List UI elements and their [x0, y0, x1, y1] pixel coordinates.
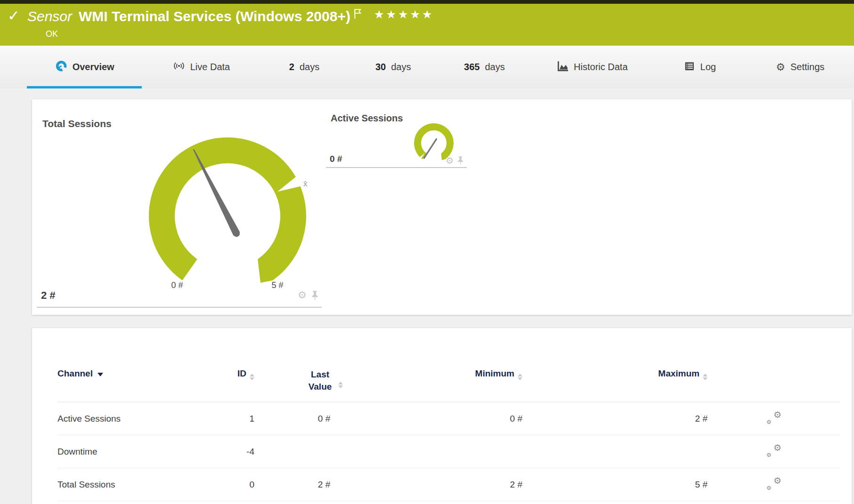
gear-icon: ⚙	[776, 63, 785, 72]
channel-last-value: 0 #	[254, 414, 394, 424]
channel-last-value: 2 #	[254, 480, 394, 490]
active-sessions-value: 0 #	[330, 154, 342, 164]
column-header-maximum[interactable]: Maximum	[522, 368, 708, 380]
tab-settings[interactable]: ⚙ Settings	[747, 46, 854, 88]
sort-icon[interactable]	[250, 374, 254, 380]
average-marker-label: x̄	[303, 179, 308, 188]
tab-log[interactable]: Log	[653, 46, 747, 88]
tab-number: 365	[464, 62, 480, 72]
status-check-icon: ✓	[8, 7, 20, 25]
tab-label: Historic Data	[574, 62, 627, 72]
sensor-status-banner: ✓ Sensor WMI Terminal Services (Windows …	[0, 4, 854, 46]
tab-2-days[interactable]: 2 days	[260, 46, 349, 88]
gauge-needle	[424, 139, 436, 158]
table-row-total-sessions: Total Sessions 0 2 # 2 # 5 # ⚙ ⚙	[57, 468, 840, 501]
gauges-panel: Total Sessions x̄ 0 # 5 # 2 # ⚙ Active S…	[32, 99, 852, 315]
tab-label: Overview	[73, 62, 114, 72]
live-data-icon	[173, 60, 185, 74]
tab-overview[interactable]: Overview	[26, 46, 143, 88]
table-row-active-sessions: Active Sessions 1 0 # 0 # 2 # ⚙ ⚙	[57, 402, 840, 435]
channel-id: 0	[216, 480, 254, 490]
tab-30-days[interactable]: 30 days	[349, 46, 438, 88]
priority-stars[interactable]: ★★★★★	[374, 8, 434, 22]
channels-panel: Channel ID Last Value Minimum Maximum Ac…	[32, 328, 852, 504]
gauge-scale-max: 5 #	[259, 280, 296, 290]
gauge-title-total-sessions: Total Sessions	[42, 118, 112, 129]
channel-settings-gears-icon[interactable]: ⚙ ⚙	[766, 410, 781, 424]
column-header-channel[interactable]: Channel	[57, 368, 216, 379]
total-sessions-gauge: x̄	[143, 131, 312, 301]
tab-historic-data[interactable]: Historic Data	[531, 46, 653, 88]
channel-maximum: 2 #	[522, 414, 708, 424]
window-top-edge	[0, 0, 854, 4]
tab-live-data[interactable]: Live Data	[143, 46, 260, 88]
column-header-minimum[interactable]: Minimum	[394, 368, 522, 380]
tab-label: days	[300, 62, 319, 72]
tab-label: days	[485, 62, 504, 72]
gauge-settings-gear-icon[interactable]: ⚙	[298, 289, 307, 301]
channel-name[interactable]: Downtime	[57, 447, 216, 457]
gauge-title-active-sessions: Active Sessions	[331, 113, 403, 124]
column-header-id[interactable]: ID	[216, 368, 254, 380]
tab-number: 2	[289, 62, 294, 72]
gauge-pin-icon[interactable]	[457, 156, 464, 167]
gauge-scale-min: 0 #	[158, 280, 196, 290]
object-kind-label: Sensor	[27, 7, 72, 26]
sensor-status-text: OK	[46, 29, 58, 39]
column-header-last-value[interactable]: Last Value	[254, 368, 394, 393]
area-chart-icon	[556, 60, 569, 74]
tab-365-days[interactable]: 365 days	[438, 46, 531, 88]
channel-table: Channel ID Last Value Minimum Maximum Ac…	[57, 366, 840, 501]
channel-name[interactable]: Active Sessions	[57, 414, 216, 424]
sort-icon[interactable]	[703, 374, 708, 380]
widget-underline	[326, 167, 467, 168]
tab-number: 30	[375, 62, 386, 72]
channel-id: 1	[216, 414, 254, 424]
channel-id: -4	[216, 447, 254, 457]
gauge-pin-icon[interactable]	[311, 291, 319, 303]
total-sessions-value: 2 #	[41, 289, 56, 302]
gauge-icon	[55, 60, 67, 75]
channel-settings-gears-icon[interactable]: ⚙ ⚙	[766, 476, 781, 490]
sort-desc-icon	[98, 373, 103, 376]
channel-maximum: 5 #	[522, 480, 708, 490]
sort-icon[interactable]	[338, 382, 343, 388]
channel-minimum: 2 #	[394, 480, 522, 490]
log-icon	[683, 60, 695, 74]
tab-label: days	[391, 62, 411, 72]
tab-label: Settings	[790, 62, 824, 72]
tab-label: Live Data	[190, 62, 230, 72]
channel-settings-gears-icon[interactable]: ⚙ ⚙	[766, 443, 781, 457]
tab-label: Log	[700, 62, 716, 72]
channel-table-header: Channel ID Last Value Minimum Maximum	[57, 366, 840, 402]
tab-bar: Overview Live Data 2 days 30 days 365 da…	[0, 46, 854, 88]
widget-underline	[37, 307, 322, 308]
sensor-title: WMI Terminal Services (Windows 2008+)	[79, 7, 350, 26]
table-row-downtime: Downtime -4 ⚙ ⚙	[57, 435, 840, 468]
sort-icon[interactable]	[518, 374, 522, 380]
channel-minimum: 0 #	[394, 414, 522, 424]
channel-name[interactable]: Total Sessions	[57, 480, 216, 490]
gauge-settings-gear-icon[interactable]: ⚙	[446, 155, 454, 166]
priority-flag-icon[interactable]	[353, 8, 364, 22]
